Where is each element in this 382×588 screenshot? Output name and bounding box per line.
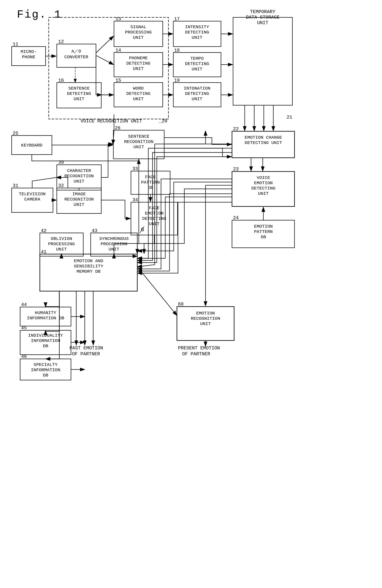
svg-text:11: 11 — [13, 42, 18, 47]
svg-text:VOICE RECOGNITION UNIT: VOICE RECOGNITION UNIT — [81, 119, 142, 124]
svg-text:DB: DB — [43, 373, 48, 378]
svg-text:RECOGNITION: RECOGNITION — [64, 197, 94, 202]
svg-text:UNIT: UNIT — [56, 247, 67, 252]
svg-text:6: 6 — [141, 227, 144, 233]
svg-text:UNIT: UNIT — [257, 20, 269, 26]
svg-text:INFORMATION: INFORMATION — [31, 368, 60, 373]
svg-text:UNIT: UNIT — [192, 35, 202, 40]
svg-text:UNIT: UNIT — [192, 97, 202, 102]
svg-text:PHONE: PHONE — [22, 55, 35, 60]
svg-text:13: 13 — [115, 17, 121, 22]
svg-text:DETECTING: DETECTING — [126, 61, 150, 66]
svg-text:SENTENCE: SENTENCE — [68, 86, 90, 91]
svg-text:VOICE: VOICE — [257, 175, 270, 180]
svg-text:INTONATION: INTONATION — [184, 86, 210, 91]
svg-text:21: 21 — [287, 115, 292, 120]
svg-text:EMOTION: EMOTION — [254, 181, 273, 186]
svg-text:TEMPO: TEMPO — [190, 56, 203, 61]
svg-text:RECOGNITION: RECOGNITION — [64, 174, 94, 178]
svg-line-140 — [96, 56, 113, 64]
svg-text:41: 41 — [41, 250, 46, 255]
svg-text:CHARACTER: CHARACTER — [67, 168, 91, 173]
svg-line-139 — [96, 36, 113, 53]
svg-text:FACE: FACE — [145, 175, 156, 180]
svg-text:INFORMATION DB: INFORMATION DB — [27, 316, 64, 321]
svg-text:INDIVIDUALITY: INDIVIDUALITY — [28, 333, 63, 338]
svg-text:UNIT: UNIT — [74, 97, 84, 102]
svg-text:DETECTING UNIT: DETECTING UNIT — [245, 140, 282, 145]
svg-text:A／D: A／D — [71, 49, 81, 54]
svg-text:19: 19 — [174, 78, 180, 83]
svg-text:DB: DB — [261, 235, 266, 239]
svg-text:EMOTION AND: EMOTION AND — [74, 258, 103, 263]
svg-text:31: 31 — [13, 183, 18, 189]
svg-rect-48 — [233, 17, 292, 105]
svg-text:14: 14 — [115, 48, 121, 53]
svg-text:DETECTING: DETECTING — [67, 91, 91, 96]
svg-text:UNIT: UNIT — [133, 97, 144, 102]
svg-text:EMOTION CHANGE: EMOTION CHANGE — [245, 135, 282, 140]
svg-text:WORD: WORD — [133, 86, 144, 91]
svg-text:UNIT: UNIT — [134, 145, 144, 149]
svg-text:60: 60 — [178, 302, 183, 307]
svg-text:12: 12 — [58, 39, 64, 44]
svg-text:TELEVISION: TELEVISION — [19, 192, 45, 196]
svg-text:EMOTION: EMOTION — [254, 224, 273, 229]
svg-text:24: 24 — [233, 215, 239, 221]
svg-text:PRESENT EMOTION: PRESENT EMOTION — [178, 346, 220, 351]
svg-text:INTENSITY: INTENSITY — [185, 24, 209, 29]
svg-text:PAST EMOTION: PAST EMOTION — [69, 346, 103, 351]
svg-text:UNIT: UNIT — [149, 221, 159, 226]
svg-text:PHONEME: PHONEME — [129, 56, 148, 61]
svg-text:46: 46 — [21, 354, 27, 359]
svg-text:UNIT: UNIT — [192, 67, 202, 72]
svg-text:18: 18 — [174, 48, 180, 53]
svg-line-168 — [137, 267, 177, 315]
svg-text:TEMPORARY: TEMPORARY — [250, 9, 275, 15]
svg-text:UNIT: UNIT — [74, 202, 84, 207]
svg-text:43: 43 — [92, 228, 97, 233]
svg-text:IMAGE: IMAGE — [72, 192, 86, 196]
svg-text:OF PARTNER: OF PARTNER — [182, 352, 210, 357]
svg-text:44: 44 — [21, 302, 27, 307]
svg-text:25: 25 — [13, 131, 18, 136]
svg-text:OBLIVION: OBLIVION — [51, 236, 72, 241]
svg-text:INFORMATION: INFORMATION — [31, 338, 60, 343]
svg-text:RECOGNITION: RECOGNITION — [124, 139, 154, 144]
svg-text:EMOTION: EMOTION — [196, 311, 215, 316]
svg-text:PROCESSING: PROCESSING — [48, 242, 75, 247]
svg-text:OF PARTNER: OF PARTNER — [72, 352, 100, 357]
svg-text:DETECTING: DETECTING — [185, 62, 209, 66]
svg-text:26: 26 — [115, 126, 120, 131]
svg-text:45: 45 — [21, 325, 27, 331]
svg-text:PROCESSING: PROCESSING — [125, 30, 152, 35]
svg-text:DETECTING: DETECTING — [251, 186, 275, 191]
svg-text:16: 16 — [58, 78, 64, 83]
svg-text:SENSIBILITY: SENSIBILITY — [74, 264, 103, 269]
svg-text:MEMORY DB: MEMORY DB — [76, 269, 100, 274]
svg-text:RECOGNITION: RECOGNITION — [191, 316, 220, 321]
svg-text:33: 33 — [133, 166, 138, 171]
svg-text:15: 15 — [115, 78, 121, 83]
svg-text:SENTENCE: SENTENCE — [128, 134, 150, 139]
svg-text:UNIT: UNIT — [258, 191, 269, 196]
svg-text:UNIT: UNIT — [133, 35, 144, 40]
svg-text:CAMERA: CAMERA — [24, 197, 40, 202]
svg-text:32: 32 — [58, 183, 64, 189]
svg-text:KEYBOARD: KEYBOARD — [21, 143, 43, 148]
svg-text:42: 42 — [41, 228, 46, 233]
svg-text:HUMANITY: HUMANITY — [35, 310, 56, 315]
svg-text:22: 22 — [233, 126, 239, 132]
diagram-svg: VOICE RECOGNITION UNIT _20 MICRO- PHONE … — [0, 0, 382, 588]
svg-text:23: 23 — [233, 167, 239, 172]
svg-text:_20: _20 — [159, 119, 167, 124]
svg-text:DETECTING: DETECTING — [126, 91, 150, 96]
svg-text:34: 34 — [133, 197, 138, 203]
svg-text:PATTERN: PATTERN — [254, 229, 273, 234]
svg-text:DB: DB — [43, 344, 48, 349]
svg-text:MICRO-: MICRO- — [21, 49, 37, 54]
svg-text:17: 17 — [174, 17, 180, 22]
svg-text:DETECTING: DETECTING — [185, 30, 209, 35]
svg-text:UNIT: UNIT — [200, 321, 211, 326]
svg-text:UNIT: UNIT — [133, 66, 144, 71]
